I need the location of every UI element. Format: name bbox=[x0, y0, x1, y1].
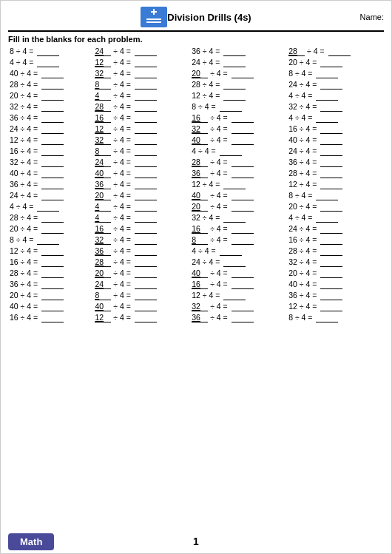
answer-blank[interactable] bbox=[320, 280, 342, 289]
answer-blank[interactable] bbox=[320, 102, 342, 112]
answer-blank[interactable] bbox=[135, 268, 157, 278]
answer-blank[interactable] bbox=[41, 80, 64, 89]
answer-blank[interactable] bbox=[41, 69, 64, 78]
answer-blank[interactable] bbox=[135, 246, 157, 256]
answer-blank[interactable] bbox=[135, 69, 157, 78]
answer-blank[interactable] bbox=[320, 180, 342, 189]
answer-blank[interactable] bbox=[320, 58, 342, 67]
answer-blank[interactable] bbox=[135, 80, 157, 89]
answer-blank[interactable] bbox=[37, 47, 59, 56]
answer-blank[interactable] bbox=[316, 113, 338, 123]
answer-blank[interactable] bbox=[232, 302, 254, 311]
answer-blank[interactable] bbox=[223, 91, 246, 101]
answer-blank[interactable] bbox=[232, 202, 254, 212]
answer-blank[interactable] bbox=[41, 302, 64, 311]
answer-blank[interactable] bbox=[316, 69, 338, 78]
answer-blank[interactable] bbox=[232, 135, 254, 145]
answer-blank[interactable] bbox=[135, 213, 157, 223]
answer-blank[interactable] bbox=[223, 180, 246, 189]
answer-blank[interactable] bbox=[41, 280, 64, 289]
answer-blank[interactable] bbox=[316, 213, 338, 223]
answer-blank[interactable] bbox=[41, 124, 64, 134]
answer-blank[interactable] bbox=[320, 302, 342, 311]
answer-blank[interactable] bbox=[320, 169, 342, 178]
answer-blank[interactable] bbox=[37, 202, 59, 212]
answer-blank[interactable] bbox=[320, 291, 342, 300]
answer-blank[interactable] bbox=[320, 124, 342, 134]
answer-blank[interactable] bbox=[41, 91, 64, 101]
answer-blank[interactable] bbox=[316, 191, 338, 200]
answer-blank[interactable] bbox=[41, 158, 64, 167]
answer-blank[interactable] bbox=[41, 213, 64, 223]
answer-blank[interactable] bbox=[41, 246, 64, 256]
answer-blank[interactable] bbox=[135, 47, 157, 56]
answer-blank[interactable] bbox=[41, 113, 64, 123]
answer-blank[interactable] bbox=[223, 58, 246, 67]
answer-blank[interactable] bbox=[320, 80, 342, 89]
answer-blank[interactable] bbox=[135, 291, 157, 300]
answer-blank[interactable] bbox=[223, 47, 246, 56]
answer-blank[interactable] bbox=[316, 313, 338, 322]
answer-blank[interactable] bbox=[135, 135, 157, 145]
answer-blank[interactable] bbox=[135, 202, 157, 212]
answer-blank[interactable] bbox=[41, 224, 64, 234]
answer-blank[interactable] bbox=[320, 257, 342, 267]
answer-blank[interactable] bbox=[135, 146, 157, 156]
answer-blank[interactable] bbox=[223, 257, 246, 267]
answer-blank[interactable] bbox=[320, 246, 342, 256]
answer-blank[interactable] bbox=[232, 235, 254, 245]
answer-blank[interactable] bbox=[135, 257, 157, 267]
answer-blank[interactable] bbox=[232, 158, 254, 167]
answer-blank[interactable] bbox=[232, 169, 254, 178]
answer-blank[interactable] bbox=[220, 102, 242, 112]
answer-blank[interactable] bbox=[37, 58, 59, 67]
answer-blank[interactable] bbox=[135, 224, 157, 234]
answer-blank[interactable] bbox=[232, 268, 254, 278]
answer-blank[interactable] bbox=[135, 102, 157, 112]
answer-blank[interactable] bbox=[41, 291, 64, 300]
answer-blank[interactable] bbox=[320, 158, 342, 167]
answer-blank[interactable] bbox=[135, 158, 157, 167]
answer-blank[interactable] bbox=[135, 124, 157, 134]
answer-blank[interactable] bbox=[135, 235, 157, 245]
answer-blank[interactable] bbox=[41, 257, 64, 267]
answer-blank[interactable] bbox=[135, 313, 157, 322]
answer-blank[interactable] bbox=[232, 124, 254, 134]
answer-blank[interactable] bbox=[232, 313, 254, 322]
answer-blank[interactable] bbox=[41, 169, 64, 178]
answer-blank[interactable] bbox=[232, 113, 254, 123]
answer-blank[interactable] bbox=[41, 180, 64, 189]
answer-blank[interactable] bbox=[328, 47, 351, 56]
answer-blank[interactable] bbox=[223, 291, 246, 300]
answer-blank[interactable] bbox=[135, 58, 157, 67]
answer-blank[interactable] bbox=[320, 235, 342, 245]
answer-blank[interactable] bbox=[232, 69, 254, 78]
answer-blank[interactable] bbox=[41, 268, 64, 278]
answer-blank[interactable] bbox=[135, 302, 157, 311]
answer-blank[interactable] bbox=[41, 102, 64, 112]
answer-blank[interactable] bbox=[232, 280, 254, 289]
answer-blank[interactable] bbox=[320, 146, 342, 156]
answer-blank[interactable] bbox=[320, 268, 342, 278]
answer-blank[interactable] bbox=[41, 135, 64, 145]
answer-blank[interactable] bbox=[316, 91, 338, 101]
answer-blank[interactable] bbox=[41, 191, 64, 200]
answer-blank[interactable] bbox=[232, 191, 254, 200]
answer-blank[interactable] bbox=[320, 135, 342, 145]
answer-blank[interactable] bbox=[135, 113, 157, 123]
answer-blank[interactable] bbox=[320, 224, 342, 234]
answer-blank[interactable] bbox=[135, 169, 157, 178]
answer-blank[interactable] bbox=[41, 313, 64, 322]
answer-blank[interactable] bbox=[41, 146, 64, 156]
answer-blank[interactable] bbox=[135, 180, 157, 189]
answer-blank[interactable] bbox=[223, 213, 246, 223]
answer-blank[interactable] bbox=[232, 224, 254, 234]
answer-blank[interactable] bbox=[320, 202, 342, 212]
answer-blank[interactable] bbox=[223, 80, 246, 89]
answer-blank[interactable] bbox=[135, 280, 157, 289]
answer-blank[interactable] bbox=[37, 235, 59, 245]
answer-blank[interactable] bbox=[135, 91, 157, 101]
answer-blank[interactable] bbox=[220, 246, 242, 256]
answer-blank[interactable] bbox=[135, 191, 157, 200]
answer-blank[interactable] bbox=[220, 146, 242, 156]
